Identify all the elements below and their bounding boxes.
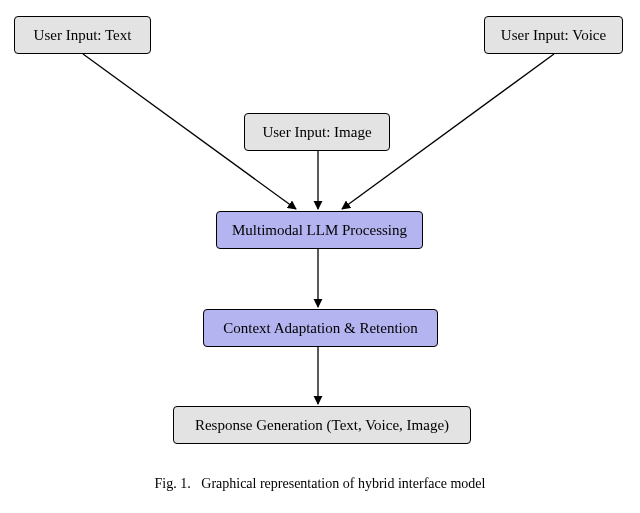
node-label: Multimodal LLM Processing bbox=[232, 221, 407, 239]
diagram-canvas: User Input: Text User Input: Voice User … bbox=[0, 0, 640, 513]
node-label: Response Generation (Text, Voice, Image) bbox=[195, 416, 449, 434]
node-label: User Input: Image bbox=[262, 123, 371, 141]
figure-caption: Fig. 1. Graphical representation of hybr… bbox=[0, 476, 640, 492]
caption-prefix: Fig. 1. bbox=[155, 476, 191, 491]
node-multimodal-processing: Multimodal LLM Processing bbox=[216, 211, 423, 249]
node-label: Context Adaptation & Retention bbox=[223, 319, 418, 337]
node-user-input-image: User Input: Image bbox=[244, 113, 390, 151]
node-label: User Input: Text bbox=[34, 26, 132, 44]
node-response-generation: Response Generation (Text, Voice, Image) bbox=[173, 406, 471, 444]
node-user-input-voice: User Input: Voice bbox=[484, 16, 623, 54]
node-label: User Input: Voice bbox=[501, 26, 606, 44]
node-context-adaptation: Context Adaptation & Retention bbox=[203, 309, 438, 347]
caption-text: Graphical representation of hybrid inter… bbox=[201, 476, 485, 491]
node-user-input-text: User Input: Text bbox=[14, 16, 151, 54]
